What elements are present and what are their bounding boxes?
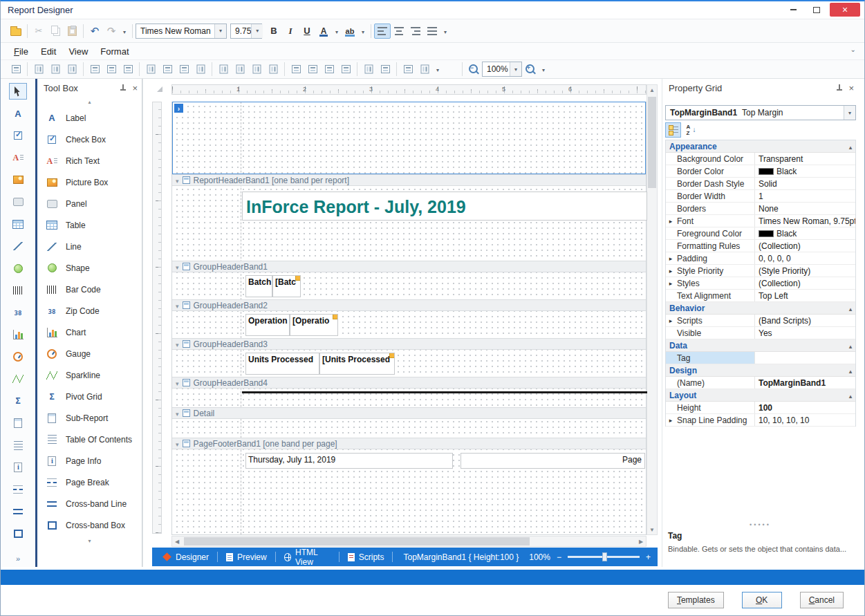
align-left-button[interactable] xyxy=(374,24,391,39)
strip-tool-label[interactable] xyxy=(9,105,27,122)
menu-bar-overflow-chevron[interactable]: ⌄ xyxy=(850,46,856,53)
pin-icon[interactable] xyxy=(120,84,127,92)
scroll-left-arrow[interactable]: ◀ xyxy=(172,536,182,546)
close-icon[interactable] xyxy=(132,83,138,93)
toolbox-item-bar-code[interactable]: Bar Code xyxy=(37,279,142,300)
property-row-foreground-color[interactable]: Foreground ColorBlack xyxy=(666,227,855,240)
equal-horizontal-spacing-button[interactable] xyxy=(215,62,232,77)
collapse-caret-icon[interactable] xyxy=(176,409,179,418)
top-margin-band[interactable] xyxy=(172,102,646,174)
property-row-tag[interactable]: Tag xyxy=(666,352,855,364)
description-splitter[interactable] xyxy=(662,521,858,528)
zoom-dropdown[interactable] xyxy=(539,62,548,77)
strip-tool-page-info[interactable] xyxy=(9,459,27,476)
toolbox-item-sparkline[interactable]: Sparkline xyxy=(37,364,142,386)
undo-button[interactable] xyxy=(86,24,103,39)
tab-scripts[interactable]: Scripts xyxy=(344,548,388,566)
property-row-border-width[interactable]: Border Width1 xyxy=(666,190,855,203)
scroll-up-arrow[interactable]: ▲ xyxy=(647,85,657,95)
alphabetical-sort-button[interactable] xyxy=(683,122,699,138)
align-justify-button[interactable] xyxy=(424,24,440,39)
band-header-report-header[interactable]: ReportHeaderBand1 [one band per report] xyxy=(172,174,646,186)
toolbox-item-gauge[interactable]: Gauge xyxy=(37,343,142,364)
copy-button[interactable] xyxy=(47,24,64,39)
band-header-group-header3[interactable]: GroupHeaderBand3 xyxy=(172,338,646,350)
align-middles-button[interactable] xyxy=(103,62,120,77)
scroll-right-arrow[interactable]: ▶ xyxy=(636,536,646,546)
collapse-caret-icon[interactable] xyxy=(176,439,179,449)
center-vertically-button[interactable] xyxy=(377,62,393,77)
decrease-horizontal-spacing-button[interactable] xyxy=(248,62,265,77)
send-to-back-button[interactable] xyxy=(416,62,433,77)
make-same-size-button[interactable] xyxy=(192,62,209,77)
toolbox-item-rich-text[interactable]: Rich Text xyxy=(37,150,142,171)
property-row-formatting-rules[interactable]: Formatting Rules(Collection) xyxy=(666,240,855,252)
strip-tool-page-break[interactable] xyxy=(9,481,27,498)
toolbox-item-cross-band-line[interactable]: Cross-band Line xyxy=(37,493,142,514)
batch-field-label[interactable]: [Batc xyxy=(272,275,301,297)
toolbox-item-picture-box[interactable]: Picture Box xyxy=(37,171,142,193)
toolbox-item-table[interactable]: Table xyxy=(37,214,142,236)
category-data[interactable]: Data xyxy=(666,339,855,352)
strip-tool-pointer[interactable] xyxy=(9,83,27,100)
property-row-padding[interactable]: Padding0, 0, 0, 0 xyxy=(666,252,855,265)
strip-tool-zip-code[interactable] xyxy=(9,304,27,321)
font-color-button[interactable]: A xyxy=(315,24,332,39)
band-header-group-header2[interactable]: GroupHeaderBand2 xyxy=(172,299,646,311)
property-row-visible[interactable]: VisibleYes xyxy=(666,327,855,339)
property-row-font[interactable]: FontTimes New Roman, 9.75pt xyxy=(666,215,855,227)
property-row-style-priority[interactable]: Style Priority(Style Priority) xyxy=(666,265,855,277)
toolbox-item-chart[interactable]: Chart xyxy=(37,321,142,343)
units-processed-field-label[interactable]: [Units Processed xyxy=(319,353,395,375)
highlight-button[interactable]: ab xyxy=(342,24,358,39)
templates-button[interactable]: Templates xyxy=(668,592,724,608)
strip-tool-rich-text[interactable] xyxy=(9,149,27,166)
make-same-height-button[interactable] xyxy=(176,62,192,77)
band-header-page-footer[interactable]: PageFooterBand1 [one band per page] xyxy=(172,438,646,449)
zoom-out-button[interactable]: − xyxy=(465,62,482,77)
decrease-vertical-spacing-button[interactable] xyxy=(321,62,337,77)
equal-vertical-spacing-button[interactable] xyxy=(288,62,304,77)
close-button[interactable] xyxy=(830,3,860,17)
expand-icon[interactable] xyxy=(666,315,676,326)
maximize-button[interactable] xyxy=(806,3,827,17)
property-row-border-color[interactable]: Border ColorBlack xyxy=(666,165,855,178)
page-number-label[interactable]: Page xyxy=(461,453,645,469)
align-tops-button[interactable] xyxy=(86,62,103,77)
close-icon[interactable] xyxy=(848,83,854,93)
tab-preview[interactable]: Preview xyxy=(223,548,270,566)
strip-tool-table[interactable] xyxy=(9,216,27,232)
toolbox-scroll-up[interactable] xyxy=(37,97,142,107)
toolbox-item-panel[interactable]: Panel xyxy=(37,193,142,214)
align-bottoms-button[interactable] xyxy=(120,62,136,77)
band-header-group-header1[interactable]: GroupHeaderBand1 xyxy=(172,261,646,272)
strip-tool-shape[interactable] xyxy=(9,260,27,277)
strip-tool-bar-code[interactable] xyxy=(9,282,27,299)
toolbox-item-table-of-contents[interactable]: Table Of Contents xyxy=(37,429,142,450)
font-name-combo[interactable]: Times New Roman xyxy=(136,24,227,39)
toolbox-item-page-info[interactable]: Page Info xyxy=(37,450,142,472)
status-zoom-in-button[interactable]: + xyxy=(646,552,651,562)
strip-tool-picture-box[interactable] xyxy=(9,171,27,188)
toolbox-item-check-box[interactable]: Check Box xyxy=(37,129,142,150)
property-row-text-alignment[interactable]: Text AlignmentTop Left xyxy=(666,290,855,302)
strip-tool-pivot-grid[interactable] xyxy=(9,393,27,409)
category-appearance[interactable]: Appearance xyxy=(666,140,855,153)
menu-format[interactable]: Format xyxy=(94,44,135,59)
strip-tool-sparkline[interactable] xyxy=(9,371,27,387)
font-size-combo[interactable]: 9.75 xyxy=(230,24,262,39)
report-title-label[interactable]: InForce Report - July, 2019 xyxy=(242,192,647,221)
report-canvas[interactable]: ReportHeaderBand1 [one band per report] … xyxy=(171,102,647,535)
order-dropdown[interactable] xyxy=(433,62,443,77)
collapse-caret-icon[interactable] xyxy=(176,378,179,388)
open-button[interactable] xyxy=(8,24,24,39)
font-color-dropdown[interactable] xyxy=(332,24,342,39)
tab-designer[interactable]: Designer xyxy=(159,548,212,566)
band-header-detail[interactable]: Detail xyxy=(172,407,646,419)
align-right-button[interactable] xyxy=(407,24,424,39)
make-same-width-button[interactable] xyxy=(142,62,159,77)
bring-to-front-button[interactable] xyxy=(400,62,416,77)
categorized-view-button[interactable] xyxy=(665,122,681,138)
category-design[interactable]: Design xyxy=(666,364,855,377)
strip-tool-gauge[interactable] xyxy=(9,348,27,365)
